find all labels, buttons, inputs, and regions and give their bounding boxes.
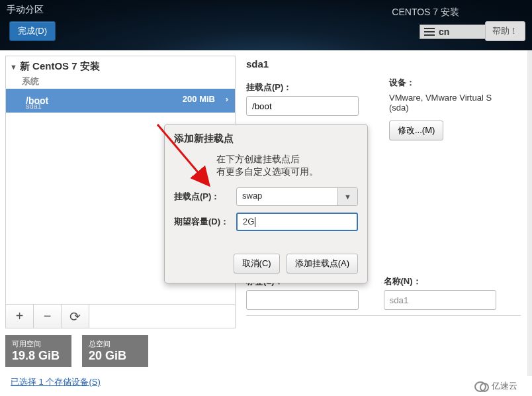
refresh-icon: ⟳	[69, 309, 81, 324]
keyboard-layout-label: cn	[439, 26, 449, 37]
scrollbar[interactable]	[527, 50, 532, 396]
available-space-value: 19.8 GiB	[12, 349, 60, 362]
mount-point-input[interactable]	[246, 96, 359, 116]
available-space-box: 可用空间 19.8 GiB	[5, 335, 71, 367]
dialog-mount-combo[interactable]: swap ▼	[236, 187, 358, 206]
partition-size: 200 MiB	[183, 94, 215, 104]
total-space-box: 总空间 20 GiB	[82, 335, 148, 367]
partition-device: sda1	[26, 102, 42, 110]
tree-root-label: 新 CentOS 7 安装	[20, 60, 100, 73]
watermark-text: 亿速云	[492, 380, 517, 392]
modify-device-button[interactable]: 修改...(M)	[389, 121, 443, 140]
dialog-mount-label: 挂载点(P)：	[174, 191, 236, 203]
device-value: VMware, VMware Virtual S (sda)	[389, 93, 508, 113]
help-button[interactable]: 帮助！	[485, 21, 525, 41]
refresh-button[interactable]: ⟳	[62, 305, 89, 328]
selected-partition-title: sda1	[246, 58, 521, 70]
tree-group: 系统	[6, 74, 235, 89]
storage-devices-link[interactable]: 已选择 1 个存储设备(S)	[11, 376, 101, 388]
add-mount-point-button[interactable]: 添加挂载点(A)	[287, 254, 358, 273]
remove-partition-button[interactable]: −	[34, 305, 62, 328]
chevron-down-icon[interactable]: ▼	[337, 188, 357, 205]
minus-icon: −	[44, 309, 52, 324]
product-title: CENTOS 7 安装	[392, 7, 459, 19]
watermark: 亿速云	[459, 376, 532, 396]
cancel-button[interactable]: 取消(C)	[234, 254, 280, 273]
total-space-value: 20 GiB	[89, 349, 126, 362]
tree-root-row[interactable]: ▼ 新 CentOS 7 安装	[6, 56, 235, 74]
dialog-description: 在下方创建挂载点后 有更多自定义选项可用。	[216, 153, 358, 178]
cloud-icon	[474, 381, 489, 391]
divider	[246, 315, 521, 316]
chevron-down-icon: ▼	[10, 63, 17, 71]
plus-icon: +	[16, 309, 24, 324]
device-label: 设备：	[389, 77, 508, 89]
device-section: 设备： VMware, VMware Virtual S (sda) 修改...…	[389, 77, 508, 140]
dialog-mount-value: swap	[237, 188, 337, 205]
space-summary: 可用空间 19.8 GiB 总空间 20 GiB	[5, 335, 236, 367]
keyboard-icon	[424, 28, 435, 36]
done-button[interactable]: 完成(D)	[9, 21, 56, 41]
available-space-label: 可用空间	[12, 339, 65, 349]
total-space-label: 总空间	[89, 339, 142, 349]
dialog-desc-line2: 有更多自定义选项可用。	[216, 166, 358, 178]
partition-row-boot[interactable]: /boot sda1 200 MiB ›	[6, 89, 235, 113]
tree-button-bar: + − ⟳	[6, 304, 235, 328]
name-input[interactable]	[384, 290, 496, 310]
dialog-desc-line1: 在下方创建挂载点后	[216, 153, 358, 166]
installer-header: 手动分区 完成(D) CENTOS 7 安装 cn 帮助！	[0, 0, 532, 50]
dialog-capacity-label: 期望容量(D)：	[174, 216, 236, 228]
keyboard-indicator[interactable]: cn	[420, 25, 486, 39]
page-title: 手动分区	[7, 4, 44, 16]
add-mount-point-dialog: 添加新挂载点 在下方创建挂载点后 有更多自定义选项可用。 挂载点(P)： swa…	[164, 124, 368, 283]
dialog-title: 添加新挂载点	[174, 132, 358, 145]
add-partition-button[interactable]: +	[6, 305, 34, 328]
label-input[interactable]	[246, 290, 359, 310]
chevron-right-icon: ›	[226, 94, 228, 104]
dialog-capacity-input[interactable]: 2G	[236, 213, 358, 231]
name-field-label: 名称(N)：	[384, 275, 521, 287]
